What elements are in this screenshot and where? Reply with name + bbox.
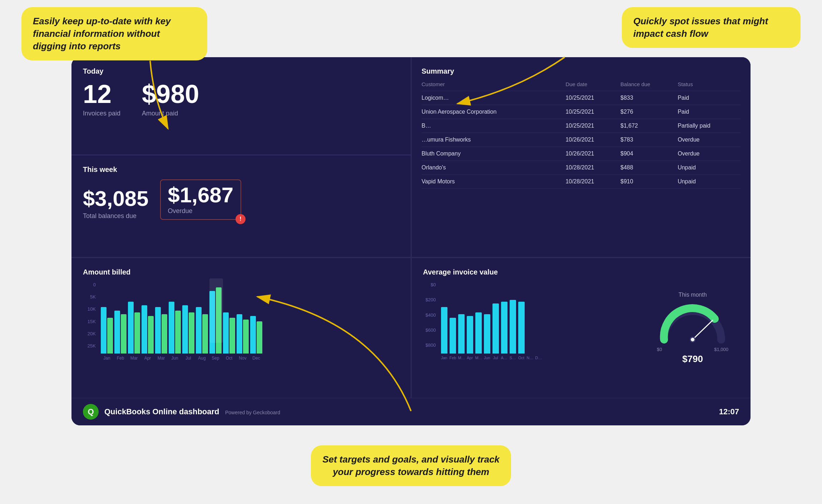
cell-due-date: 10/26/2021 xyxy=(565,133,620,147)
avg-bar xyxy=(458,314,465,354)
cell-customer: Bluth Company xyxy=(422,147,566,161)
x-label: Apr xyxy=(142,356,154,361)
avg-x-label: Feb xyxy=(450,356,456,360)
dashboard: Today 12 Invoices paid $980 Amount paid xyxy=(71,57,751,425)
x-label: Feb xyxy=(114,356,127,361)
cell-balance: $910 xyxy=(620,175,678,189)
dashboard-inner: Today 12 Invoices paid $980 Amount paid xyxy=(71,57,751,425)
bar-green xyxy=(202,314,208,354)
bar-group xyxy=(237,314,249,354)
overdue-label: Overdue xyxy=(168,207,234,215)
cell-customer: …umura Fishworks xyxy=(422,133,566,147)
avg-bar xyxy=(467,316,473,354)
avg-bar xyxy=(518,302,525,354)
avg-bar xyxy=(484,314,490,354)
bar-cyan xyxy=(114,311,120,354)
today-invoices-label: Invoices paid xyxy=(83,110,120,117)
cell-customer: Union Aerospace Corporation xyxy=(422,105,566,119)
today-amount-value: $980 xyxy=(142,81,199,107)
bar-green xyxy=(148,316,154,354)
cell-due-date: 10/26/2021 xyxy=(565,147,620,161)
summary-row: Orlando's 10/28/2021 $488 Unpaid xyxy=(422,161,741,175)
widget-summary: Summary Customer Due date Balance due St… xyxy=(412,57,751,257)
gauge-area: This month $0 xyxy=(646,268,739,388)
amount-billed-bars xyxy=(101,282,399,354)
cell-balance: $833 xyxy=(620,91,678,105)
outer-background: Easily keep up-to-date with key financia… xyxy=(0,0,822,504)
cell-status: Paid xyxy=(678,91,741,105)
avg-bar xyxy=(492,303,499,354)
thisweek-content: $3,085 Total balances due $1,687 Overdue… xyxy=(83,179,399,220)
avg-x-label: Jun xyxy=(484,356,490,360)
avg-y-label: $400 xyxy=(423,312,436,318)
y-label: 25K xyxy=(83,343,96,349)
avg-invoice-title: Average invoice value xyxy=(423,268,639,276)
avg-x-label: Jul xyxy=(492,356,499,360)
cell-balance: $1,672 xyxy=(620,119,678,133)
bar-group xyxy=(114,311,127,354)
x-label: Dec xyxy=(250,356,262,361)
avg-x-label: N… xyxy=(527,356,533,360)
summary-title: Summary xyxy=(422,67,741,75)
cell-balance: $276 xyxy=(620,105,678,119)
summary-row: Bluth Company 10/26/2021 $904 Overdue xyxy=(422,147,741,161)
bar-group xyxy=(101,307,113,354)
today-title: Today xyxy=(83,67,399,75)
thisweek-total-value: $3,085 xyxy=(83,188,149,209)
bar-group xyxy=(182,305,194,354)
summary-table: Customer Due date Balance due Status Log… xyxy=(422,81,741,189)
gauge-range: $0 $1,000 xyxy=(657,347,728,352)
avg-y-label: $200 xyxy=(423,297,436,302)
avg-x-label: S… xyxy=(510,356,516,360)
cell-customer: Orlando's xyxy=(422,161,566,175)
y-label: 5K xyxy=(83,294,96,300)
cell-due-date: 10/28/2021 xyxy=(565,175,620,189)
avg-x-label: D… xyxy=(535,356,542,360)
col-customer: Customer xyxy=(422,81,566,91)
bar-green xyxy=(107,318,113,354)
alert-icon: ! xyxy=(236,214,246,224)
cell-status: Unpaid xyxy=(678,161,741,175)
x-label: Sep xyxy=(209,356,222,361)
widget-avg-invoice: Average invoice value $800$600$400$200$0… xyxy=(412,258,751,398)
gauge-value: $790 xyxy=(682,354,703,365)
gauge-max: $1,000 xyxy=(714,347,728,352)
summary-tbody: Logicom… 10/25/2021 $833 Paid Union Aero… xyxy=(422,91,741,189)
svg-point-3 xyxy=(691,338,694,341)
avg-bar xyxy=(501,302,507,354)
y-label: 15K xyxy=(83,319,96,324)
amount-billed-y-labels: 25K20K15K10K5K0 xyxy=(83,282,96,350)
avg-invoice-y-labels: $800$600$400$200$0 xyxy=(423,282,436,349)
summary-row: Vapid Motors 10/28/2021 $910 Unpaid xyxy=(422,175,741,189)
summary-row: …umura Fishworks 10/26/2021 $783 Overdue xyxy=(422,133,741,147)
today-invoices: 12 Invoices paid xyxy=(83,81,120,117)
today-amount-label: Amount paid xyxy=(142,110,199,117)
col-balance: Balance due xyxy=(620,81,678,91)
avg-invoice-chart-area: Average invoice value $800$600$400$200$0… xyxy=(423,268,639,388)
amount-billed-chart: 25K20K15K10K5K0 JanFebMarAprMarJunJulAug… xyxy=(83,282,399,361)
avg-invoice-x-labels: JanFebM…AprM…JunJulA…S…OctN…D… xyxy=(441,356,639,360)
cell-status: Unpaid xyxy=(678,175,741,189)
bar-green xyxy=(189,312,194,354)
cell-status: Partially paid xyxy=(678,119,741,133)
avg-x-label: Jan xyxy=(441,356,447,360)
amount-billed-x-labels: JanFebMarAprMarJunJulAugSepOctNovDec xyxy=(101,356,399,361)
summary-header-row: Customer Due date Balance due Status xyxy=(422,81,741,91)
x-label: Aug xyxy=(196,356,208,361)
bar-green xyxy=(175,311,181,354)
bar-cyan xyxy=(169,302,174,354)
avg-bar xyxy=(475,312,482,354)
summary-thead: Customer Due date Balance due Status xyxy=(422,81,741,91)
widget-today: Today 12 Invoices paid $980 Amount paid xyxy=(71,57,411,154)
footer-time: 12:07 xyxy=(719,407,739,416)
col-status: Status xyxy=(678,81,741,91)
thisweek-title: This week xyxy=(83,165,399,174)
col-due-date: Due date xyxy=(565,81,620,91)
thisweek-total-label: Total balances due xyxy=(83,212,149,220)
overdue-box: $1,687 Overdue ! xyxy=(160,179,242,220)
cell-due-date: 10/28/2021 xyxy=(565,161,620,175)
bar-group xyxy=(155,307,167,354)
amount-billed-title: Amount billed xyxy=(83,268,399,276)
summary-row: B… 10/25/2021 $1,672 Partially paid xyxy=(422,119,741,133)
avg-x-label: Apr xyxy=(467,356,473,360)
